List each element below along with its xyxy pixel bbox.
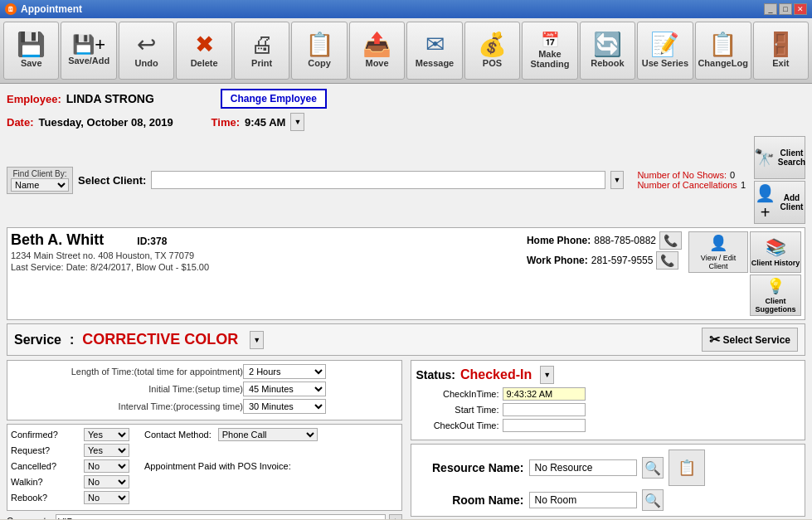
time-label: Time: bbox=[212, 116, 240, 129]
copy-icon: 📋 bbox=[305, 33, 334, 56]
status-dropdown[interactable]: ▼ bbox=[540, 366, 554, 384]
save-add-button[interactable]: 💾+ Save/Add bbox=[61, 22, 116, 80]
no-shows-label: Number of No Shows: bbox=[637, 170, 727, 180]
copy-button[interactable]: 📋 Copy bbox=[291, 22, 347, 80]
save-icon: 💾 bbox=[17, 33, 46, 56]
undo-icon: ↩ bbox=[137, 33, 156, 56]
exit-button[interactable]: 🚪 Exit bbox=[753, 22, 809, 80]
pos-icon: 💰 bbox=[478, 33, 507, 56]
print-icon: 🖨 bbox=[250, 33, 274, 56]
time-value: 9:45 AM bbox=[245, 116, 285, 129]
right-column: Status: Checked-In ▼ CheckInTime: Start … bbox=[411, 360, 806, 519]
client-history-icon: 📚 bbox=[766, 237, 786, 257]
undo-label: Undo bbox=[135, 58, 158, 68]
client-search-label: Client Search bbox=[778, 148, 805, 167]
checkout-input[interactable] bbox=[503, 419, 586, 432]
delete-button[interactable]: ✖ Delete bbox=[176, 22, 231, 80]
resource-extra-button[interactable]: 📋 bbox=[669, 450, 705, 486]
initial-label: Initial Time:(setup time) bbox=[11, 384, 243, 394]
room-search-button[interactable]: 🔍 bbox=[642, 489, 664, 511]
save-button[interactable]: 💾 Save bbox=[3, 22, 59, 80]
status-value: Checked-In bbox=[460, 367, 532, 382]
print-label: Print bbox=[251, 58, 272, 68]
move-button[interactable]: 📤 Move bbox=[349, 22, 405, 80]
contact-select[interactable]: Phone Call bbox=[218, 428, 318, 441]
print-button[interactable]: 🖨 Print bbox=[234, 22, 289, 80]
service-dropdown[interactable]: ▼ bbox=[250, 331, 264, 349]
contact-label: Contact Method: bbox=[144, 430, 212, 440]
select-service-button[interactable]: ✂ Select Service bbox=[702, 328, 798, 352]
add-client-button[interactable]: 👤+ Add Client bbox=[754, 181, 805, 224]
rebook-label: Rebook? bbox=[11, 493, 77, 503]
confirmed-select[interactable]: Yes bbox=[84, 428, 129, 441]
length-label: Length of Time:(total time for appointme… bbox=[11, 367, 243, 377]
message-button[interactable]: ✉ Message bbox=[406, 22, 462, 80]
standing-button[interactable]: 📅 Make Standing bbox=[522, 22, 577, 80]
client-dropdown-arrow[interactable]: ▼ bbox=[610, 171, 625, 189]
client-suggestions-icon: 💡 bbox=[766, 277, 785, 295]
work-phone-label: Work Phone: bbox=[527, 255, 588, 266]
client-search-button[interactable]: 🔭 Client Search bbox=[754, 136, 805, 179]
room-name-input[interactable] bbox=[529, 492, 637, 508]
save-add-icon: 💾+ bbox=[72, 36, 105, 54]
client-history-button[interactable]: 📚 Client History bbox=[750, 231, 801, 273]
client-suggestions-button[interactable]: 💡 Client Suggetions bbox=[750, 275, 801, 316]
request-select[interactable]: Yes bbox=[84, 444, 129, 457]
undo-button[interactable]: ↩ Undo bbox=[119, 22, 174, 80]
rebook-select[interactable]: No bbox=[84, 491, 129, 504]
find-client-select[interactable]: Name bbox=[11, 178, 69, 192]
client-select-input[interactable] bbox=[151, 171, 605, 189]
date-value: Tuesday, October 08, 2019 bbox=[39, 116, 173, 129]
find-client-box: Find Client By: Name bbox=[7, 167, 73, 194]
initial-select[interactable]: 45 Minutes bbox=[243, 381, 326, 396]
changelog-icon: 📋 bbox=[708, 33, 737, 56]
paid-label: Appointment Paid with POS Invoice: bbox=[144, 461, 291, 471]
start-time-input[interactable] bbox=[503, 403, 586, 416]
resource-search-button[interactable]: 🔍 bbox=[642, 457, 664, 479]
rebook-button[interactable]: 🔄 Rebook bbox=[580, 22, 635, 80]
message-label: Message bbox=[416, 58, 454, 68]
comment-textarea[interactable] bbox=[56, 514, 386, 519]
client-last-service: Last Service: Date: 8/24/2017, Blow Out … bbox=[11, 262, 510, 272]
comment-label: Comment: bbox=[7, 514, 52, 519]
changelog-button[interactable]: 📋 ChangeLog bbox=[695, 22, 751, 80]
select-client-label: Select Client: bbox=[78, 174, 146, 187]
home-phone-icon[interactable]: 📞 bbox=[659, 231, 682, 250]
main-content: Employee: LINDA STRONG Change Employee D… bbox=[0, 84, 812, 519]
close-button[interactable]: ✕ bbox=[794, 3, 807, 15]
delete-label: Delete bbox=[191, 58, 218, 68]
employee-name: LINDA STRONG bbox=[66, 92, 154, 105]
rebook-label: Rebook bbox=[591, 58, 624, 68]
checkin-input[interactable] bbox=[503, 387, 586, 401]
minimize-button[interactable]: _ bbox=[764, 3, 777, 15]
employee-label: Employee: bbox=[7, 93, 61, 105]
work-phone: 281-597-9555 bbox=[591, 255, 654, 266]
save-add-label: Save/Add bbox=[68, 56, 109, 66]
pos-label: POS bbox=[483, 58, 502, 68]
toolbar: 💾 Save 💾+ Save/Add ↩ Undo ✖ Delete 🖨 Pri… bbox=[0, 18, 812, 84]
use-series-button[interactable]: 📝 Use Series bbox=[637, 22, 693, 80]
window-controls[interactable]: _ □ ✕ bbox=[764, 3, 807, 15]
checkin-label: CheckInTime: bbox=[416, 389, 499, 399]
changelog-label: ChangeLog bbox=[698, 58, 748, 68]
walkin-label: Walkin? bbox=[11, 477, 77, 487]
cancelled-select[interactable]: No bbox=[84, 459, 129, 473]
app-icon: 🗓 bbox=[5, 3, 17, 15]
resource-name-input[interactable] bbox=[529, 459, 637, 476]
view-edit-client-button[interactable]: 👤 View / Edit Client bbox=[688, 231, 748, 273]
interval-select[interactable]: 30 Minutes bbox=[243, 399, 326, 414]
change-employee-button[interactable]: Change Employee bbox=[221, 89, 327, 109]
delete-icon: ✖ bbox=[195, 33, 214, 56]
time-dropdown[interactable]: ▼ bbox=[290, 113, 304, 131]
scroll-up-icon[interactable]: ▲ bbox=[392, 517, 399, 519]
length-select[interactable]: 2 Hours bbox=[243, 364, 326, 379]
binoculars-icon: 🔭 bbox=[754, 148, 775, 168]
pos-button[interactable]: 💰 POS bbox=[464, 22, 520, 80]
walkin-select[interactable]: No bbox=[84, 475, 129, 488]
exit-label: Exit bbox=[772, 58, 789, 68]
client-name: Beth A. Whitt bbox=[11, 231, 104, 249]
exit-icon: 🚪 bbox=[766, 33, 795, 56]
maximize-button[interactable]: □ bbox=[779, 3, 792, 15]
work-phone-icon[interactable]: 📞 bbox=[656, 251, 678, 270]
interval-label: Interval Time:(processing time) bbox=[11, 401, 243, 411]
